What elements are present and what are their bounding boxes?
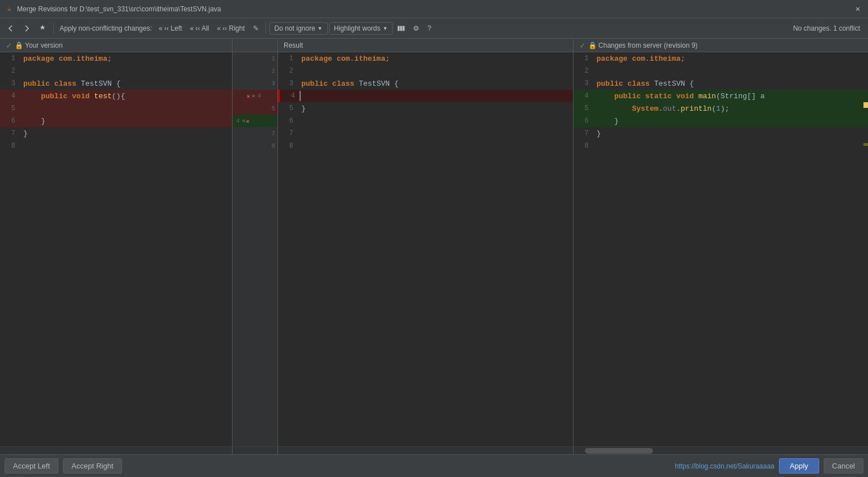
left-code-area[interactable]: 1 package com.itheima; 2 3 public class … [0,52,232,446]
center-panel: 1 package com.itheima; 2 3 public class … [278,52,574,446]
status-text: No changes. 1 conflict [793,24,865,32]
left-panel: 1 package com.itheima; 2 3 public class … [0,52,233,446]
prev-button[interactable] [3,23,18,34]
table-row: 6 } [0,115,232,127]
magic-button[interactable] [35,23,50,34]
gutter-row: 5 [233,102,277,115]
table-row: 3 public class TestSVN { [574,77,869,90]
app-icon: ☕ [5,5,14,14]
table-row: 1 package com.itheima; [574,52,869,65]
title-bar: ☕ Merge Revisions for D:\test_svn_331\sr… [0,0,868,18]
center-code-area[interactable]: 1 package com.itheima; 2 3 public class … [278,52,573,446]
right-code-area[interactable]: 1 package com.itheima; 2 3 public class … [574,52,869,446]
left-scrollbar[interactable] [0,447,233,454]
gear-icon: ⚙ [413,24,419,32]
table-row: 5 [0,102,232,115]
reject-right-button[interactable]: ✕ [246,118,250,125]
toolbar: Apply non-conflicting changes: «‹‹ Left … [0,18,868,39]
help-icon: ? [427,24,431,32]
gutter-row: 1 [233,52,277,65]
gutter-row: 7 [233,127,277,140]
panels-header: ✓ 🔒 Your version Result ✓ 🔒 Changes from… [0,39,868,52]
table-row: 6 [278,115,573,127]
right-check-icon: ✓ [579,41,586,50]
right-panel-header: ✓ 🔒 Changes from server (revision 9) [574,39,869,52]
title-text: Merge Revisions for D:\test_svn_331\src\… [17,5,221,13]
table-row: 7 } [574,127,869,140]
table-row: 5 System.out.println(1); [574,102,869,115]
gutter-row: 2 [233,65,277,77]
settings-button[interactable]: ⚙ [410,23,423,34]
left-panel-title: 🔒 Your version [15,41,62,49]
table-row: 7 } [0,127,232,140]
gutter-scrollbar [233,447,278,454]
table-row: 2 [0,65,232,77]
table-row: 8 [574,140,869,152]
table-row: 3 public class TestSVN { [278,77,573,90]
pencil-button[interactable]: ✎ [250,23,262,34]
gutter-row: 3 [233,77,277,90]
highlight-dropdown[interactable]: Highlight words ▼ [329,22,393,35]
accept-right-gutter-button[interactable]: « [242,118,246,124]
highlight-dropdown-arrow: ▼ [383,26,388,31]
svg-rect-0 [398,26,400,31]
table-row: 5 } [278,102,573,115]
table-row: 8 [278,140,573,152]
ignore-dropdown-arrow: ▼ [318,26,323,31]
gutter-row: 8 [233,140,277,152]
table-row: 1 package com.itheima; [0,52,232,65]
center-panel-header: Result [278,39,574,52]
apply-right-button[interactable]: «‹‹ Right [214,23,248,34]
table-row: 2 [574,65,869,77]
apply-all-button[interactable]: «‹‹ All [187,23,213,34]
gutter-row: 4 « ✕ [233,115,277,127]
separator-2 [266,23,266,34]
table-row: 3 public class TestSVN { [0,77,232,90]
right-panel-title: 🔒 Changes from server (revision 9) [588,41,698,49]
right-scrollbar[interactable] [574,447,869,454]
reject-left-button[interactable]: ✕ [247,93,251,100]
cancel-button[interactable]: Cancel [824,458,863,474]
apply-left-button[interactable]: «‹‹ Left [155,23,186,34]
link-text[interactable]: https://blog.csdn.net/Sakuraaaaa [675,462,774,470]
table-row: 1 package com.itheima; [278,52,573,65]
apply-button[interactable]: Apply [779,458,819,474]
gutter-header [233,39,278,52]
right-panel: 1 package com.itheima; 2 3 public class … [574,52,869,446]
svg-rect-2 [403,26,405,31]
accept-right-button[interactable]: Accept Right [63,458,122,474]
table-row: 7 [278,127,573,140]
right-scrollbar-thumb [585,448,653,454]
table-row: 4 [278,90,573,102]
left-check-icon: ✓ [6,41,12,50]
accept-left-button[interactable]: Accept Left [5,458,58,474]
ignore-dropdown[interactable]: Do not ignore ▼ [269,22,328,35]
separator-1 [53,23,54,34]
table-row: 2 [278,65,573,77]
close-button[interactable]: ✕ [852,3,863,15]
columns-button[interactable] [394,23,408,34]
main-content: 1 package com.itheima; 2 3 public class … [0,52,868,446]
table-row: 4 public void test(){ [0,90,232,102]
table-row: 6 } [574,115,869,127]
center-scrollbar[interactable] [278,447,574,454]
svg-rect-1 [401,26,403,31]
horizontal-scrollbar-area [0,446,868,454]
next-button[interactable] [19,23,34,34]
table-row: 8 [0,140,232,152]
gutter-panel: 1 2 3 ✕ » 4 5 4 « ✕ 7 8 [233,52,278,446]
accept-left-gutter-button[interactable]: » [251,93,255,99]
help-button[interactable]: ? [424,23,435,34]
bottom-bar: Accept Left Accept Right https://blog.cs… [0,454,868,477]
table-row: 4 public static void main(String[] a [574,90,869,102]
left-panel-header: ✓ 🔒 Your version [0,39,233,52]
gutter-conflict-row: ✕ » 4 [233,90,277,102]
apply-label: Apply non-conflicting changes: [57,24,154,32]
